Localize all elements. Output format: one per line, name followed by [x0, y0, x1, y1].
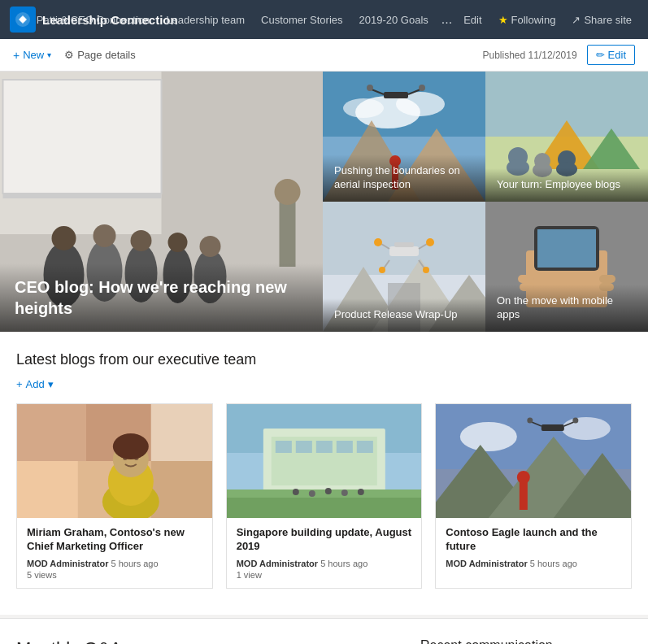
add-bar[interactable]: + Add ▾: [16, 378, 632, 390]
hero-main[interactable]: CEO blog: How we're reaching new heights: [0, 72, 323, 332]
blog-time-singapore-val: 5 hours ago: [320, 559, 367, 568]
nav-link-customer-stories[interactable]: Customer Stories: [253, 0, 350, 39]
toolbar-right: Published 11/12/2019 ✏ Edit: [482, 45, 635, 65]
blog-img-singapore: [227, 404, 422, 518]
blog-card-miriam[interactable]: Miriam Graham, Contoso's new Chief Marke…: [16, 403, 213, 589]
svg-point-90: [292, 489, 298, 495]
blog-author-miriam: MOD Administrator: [27, 559, 108, 568]
hero-cell-drone-road[interactable]: Product Release Wrap-Up: [323, 202, 485, 332]
svg-point-108: [573, 418, 579, 424]
following-label: Following: [511, 14, 556, 26]
nav-link-patti-ceo[interactable]: Patti & CEO Connection: [28, 0, 158, 39]
blog-card-singapore-content: Singapore building update, August 2019 M…: [227, 518, 422, 588]
svg-point-94: [357, 489, 363, 495]
svg-point-30: [367, 85, 373, 91]
page-toolbar: + New ▾ ⚙ Page details Published 11/12/2…: [0, 39, 648, 72]
svg-point-52: [374, 238, 382, 246]
svg-point-31: [419, 85, 425, 91]
nav-link-leadership-team[interactable]: Leadership team: [158, 0, 253, 39]
svg-rect-27: [384, 92, 408, 98]
monthly-qa: Monthly Q&As Each month all employees ar…: [16, 638, 404, 644]
blog-views-miriam: 5 views: [27, 570, 202, 580]
hero-mobile-caption: On the move with mobile apps: [497, 294, 637, 322]
svg-point-53: [426, 238, 434, 246]
svg-rect-69: [151, 404, 212, 461]
hero-drone-road-caption: Product Release Wrap-Up: [334, 308, 474, 322]
add-chevron-icon: ▾: [48, 378, 54, 390]
page-details-label: Page details: [77, 49, 136, 61]
svg-rect-67: [17, 404, 86, 461]
nav-more-button[interactable]: ...: [437, 0, 457, 39]
svg-point-56: [379, 267, 385, 273]
svg-rect-63: [599, 275, 615, 283]
blog-meta-miriam: MOD Administrator 5 hours ago: [27, 559, 202, 568]
hero-cell-mobile[interactable]: On the move with mobile apps: [485, 202, 648, 332]
blog-img-eagle: [436, 404, 631, 518]
edit-button[interactable]: ✏ Edit: [587, 45, 635, 65]
svg-point-103: [517, 471, 530, 484]
new-button[interactable]: + New ▾: [13, 49, 51, 62]
blogs-section: Latest blogs from our executive team + A…: [0, 332, 648, 615]
hero-cell-camping[interactable]: Your turn: Employee blogs: [485, 72, 648, 202]
svg-rect-86: [336, 441, 352, 453]
plus-icon: +: [13, 49, 20, 62]
svg-point-11: [168, 233, 188, 252]
hero-cell-drone-sky[interactable]: Pushing the boundaries on aerial inspect…: [323, 72, 485, 202]
svg-rect-85: [315, 441, 332, 453]
svg-point-9: [131, 230, 152, 251]
svg-rect-61: [537, 229, 596, 268]
svg-point-91: [308, 490, 315, 497]
add-label: Add: [26, 378, 45, 390]
hero-camping-overlay: Your turn: Employee blogs: [485, 168, 648, 202]
published-status: Published 11/12/2019: [482, 50, 576, 61]
nav-link-goals[interactable]: 2019-20 Goals: [351, 0, 437, 39]
blog-img-miriam: [17, 404, 212, 518]
svg-point-22: [343, 98, 384, 118]
hero-drone-road-overlay: Product Release Wrap-Up: [323, 298, 485, 332]
blog-card-eagle-content: Contoso Eagle launch and the future MOD …: [436, 518, 631, 578]
svg-point-107: [528, 418, 533, 424]
svg-rect-89: [227, 490, 422, 498]
svg-rect-72: [151, 461, 212, 518]
site-logo[interactable]: Leadership Connection: [10, 7, 12, 33]
nav-following-button[interactable]: ★ Following: [492, 0, 563, 39]
gear-icon: ⚙: [64, 49, 74, 61]
blog-meta-singapore: MOD Administrator 5 hours ago: [237, 559, 412, 568]
svg-point-5: [52, 226, 76, 250]
blogs-section-title: Latest blogs from our executive team: [16, 351, 632, 368]
svg-point-78: [113, 433, 149, 459]
svg-point-1: [20, 17, 25, 22]
nav-links: Patti & CEO Connection Leadership team C…: [28, 0, 457, 39]
nav-share-button[interactable]: ↗ Share site: [565, 0, 638, 39]
blog-title-eagle: Contoso Eagle launch and the future: [446, 526, 621, 554]
svg-rect-43: [323, 202, 485, 275]
nav-actions: Edit ★ Following ↗ Share site: [457, 0, 638, 39]
blog-meta-eagle: MOD Administrator 5 hours ago: [446, 559, 621, 568]
hero-grid: CEO blog: How we're reaching new heights: [0, 72, 648, 332]
blog-time-miriam-val: 5 hours ago: [111, 559, 159, 568]
toolbar-left: + New ▾ ⚙ Page details: [13, 49, 482, 62]
blog-card-miriam-content: Miriam Graham, Contoso's new Chief Marke…: [17, 518, 212, 588]
chevron-down-icon: ▾: [47, 50, 51, 59]
share-icon: ↗: [572, 14, 581, 26]
blog-card-eagle[interactable]: Contoso Eagle launch and the future MOD …: [435, 403, 632, 589]
svg-rect-14: [280, 202, 296, 267]
svg-point-97: [460, 422, 517, 451]
hero-mobile-overlay: On the move with mobile apps: [485, 285, 648, 332]
nav-edit-button[interactable]: Edit: [457, 0, 488, 39]
blog-title-miriam: Miriam Graham, Contoso's new Chief Marke…: [27, 526, 202, 554]
svg-rect-62: [518, 275, 534, 283]
svg-point-7: [94, 224, 116, 247]
svg-rect-16: [3, 80, 162, 194]
hero-drone-sky-caption: Pushing the boundaries on aerial inspect…: [334, 164, 474, 192]
svg-rect-48: [389, 246, 419, 256]
monthly-qa-title: Monthly Q&As: [16, 638, 404, 644]
svg-rect-70: [17, 461, 78, 518]
recent-comm: Recent communication ▶ Driving Success t…: [420, 638, 632, 644]
svg-rect-49: [394, 242, 414, 247]
blog-card-singapore[interactable]: Singapore building update, August 2019 M…: [226, 403, 423, 589]
add-plus-icon: +: [16, 378, 23, 390]
blog-author-eagle: MOD Administrator: [446, 559, 527, 568]
share-label: Share site: [584, 14, 632, 26]
page-details-button[interactable]: ⚙ Page details: [64, 49, 136, 61]
